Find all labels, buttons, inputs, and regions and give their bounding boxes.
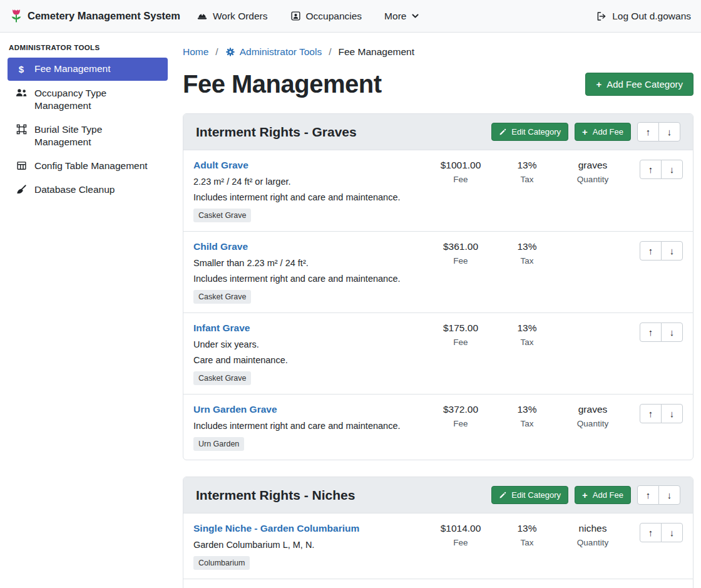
app-title: Cemetery Management System — [28, 10, 180, 22]
fee-tax-label: Tax — [498, 256, 556, 266]
move-fee-down-button[interactable]: ↓ — [661, 241, 683, 260]
category-list: Interment Rights - Graves Edit Category … — [183, 113, 693, 588]
fee-tag-badge: Casket Grave — [193, 209, 251, 222]
move-fee-up-button[interactable]: ↑ — [640, 523, 662, 542]
move-category-up-button[interactable]: ↑ — [637, 485, 659, 505]
fee-row: Child Grave Smaller than 2.23 m² / 24 ft… — [183, 231, 693, 312]
move-fee-up-button[interactable]: ↑ — [640, 241, 662, 260]
fee-description-1: Includes interment right and care and ma… — [193, 421, 419, 431]
sidebar-item-config-table-management[interactable]: Config Table Management — [8, 155, 168, 177]
arrow-down-icon: ↓ — [670, 408, 675, 419]
sidebar-item-label: Burial Site Type Management — [34, 123, 160, 148]
fee-amount-label: Fee — [423, 338, 498, 347]
category-title: Interment Rights - Niches — [196, 488, 355, 503]
gear-icon — [225, 47, 235, 57]
fee-quantity-value: graves — [556, 160, 630, 171]
add-fee-category-button[interactable]: + Add Fee Category — [585, 73, 693, 96]
nav-occupancies[interactable]: Occupancies — [290, 11, 362, 22]
fee-description-1: 2.23 m² / 24 ft² or larger. — [193, 177, 419, 187]
fee-amount-label: Fee — [423, 538, 498, 547]
fee-description-2: Includes interment right and care and ma… — [193, 274, 419, 284]
breadcrumb-admin-tools-link[interactable]: Administrator Tools — [225, 46, 322, 58]
fee-tax-cell: 13% Tax — [498, 322, 556, 347]
sidebar-item-database-cleanup[interactable]: Database Cleanup — [8, 178, 168, 201]
primary-nav: Work Orders Occupancies More — [197, 11, 420, 22]
arrow-down-icon: ↓ — [670, 245, 675, 256]
tulip-logo-icon — [10, 8, 23, 24]
fee-tax-cell: 13% Tax — [498, 241, 556, 266]
fee-tag-badge: Urn Garden — [193, 437, 244, 451]
fee-amount-value: $1001.00 — [423, 160, 498, 171]
table-icon — [15, 160, 28, 171]
fee-info: Urn Garden Grave Includes interment righ… — [193, 404, 423, 451]
sidebar-item-burial-site-type-management[interactable]: Burial Site Type Management — [8, 118, 168, 153]
fee-name-link[interactable]: Single Niche - Garden Columbarium — [193, 523, 359, 534]
fee-amount-cell: $1014.00 Fee — [423, 523, 498, 547]
move-fee-down-button[interactable]: ↓ — [661, 160, 683, 179]
edit-category-label: Edit Category — [511, 127, 561, 137]
logout-label: Log Out d.gowans — [612, 11, 691, 22]
move-fee-up-button[interactable]: ↑ — [640, 160, 662, 179]
pencil-icon — [499, 128, 506, 136]
page-title: Fee Management — [183, 70, 382, 98]
edit-category-button[interactable]: Edit Category — [491, 486, 568, 504]
fee-tax-label: Tax — [498, 419, 556, 428]
sidebar-item-occupancy-type-management[interactable]: Occupancy Type Management — [8, 82, 168, 117]
sidebar-heading: ADMINISTRATOR TOOLS — [9, 44, 165, 51]
move-fee-down-button[interactable]: ↓ — [661, 404, 683, 423]
fee-row: Companion Niche - Garden Columbarium Gar… — [183, 579, 693, 588]
vector-square-icon — [15, 124, 28, 135]
edit-category-button[interactable]: Edit Category — [491, 123, 568, 141]
move-category-down-button[interactable]: ↓ — [658, 485, 680, 505]
breadcrumb-home-link[interactable]: Home — [183, 46, 208, 58]
arrow-up-icon: ↑ — [648, 327, 653, 338]
fee-tax-value: 13% — [498, 404, 556, 415]
fee-tag-badge: Casket Grave — [193, 290, 251, 304]
move-fee-down-button[interactable]: ↓ — [661, 322, 683, 342]
fee-tax-label: Tax — [498, 338, 556, 347]
plus-icon: + — [582, 490, 588, 500]
logout-link[interactable]: Log Out d.gowans — [596, 11, 691, 22]
fee-description-1: Garden Columbarium L, M, N. — [193, 540, 419, 550]
arrow-up-icon: ↑ — [648, 527, 653, 538]
add-fee-button[interactable]: + Add Fee — [575, 123, 631, 141]
sidebar-item-fee-management[interactable]: $ Fee Management — [8, 58, 168, 81]
fee-name-link[interactable]: Child Grave — [193, 241, 248, 252]
fee-description-1: Under six years. — [193, 339, 419, 349]
fee-name-link[interactable]: Adult Grave — [193, 160, 248, 171]
fee-tag-badge: Casket Grave — [193, 371, 251, 385]
fee-description-2: Includes interment right and care and ma… — [193, 192, 419, 202]
fee-name-link[interactable]: Urn Garden Grave — [193, 404, 277, 415]
arrow-down-icon: ↓ — [670, 327, 675, 338]
fee-row: Infant Grave Under six years. Care and m… — [183, 312, 693, 394]
fee-row: Single Niche - Garden Columbarium Garden… — [183, 513, 693, 579]
move-fee-up-button[interactable]: ↑ — [640, 404, 662, 423]
add-fee-button[interactable]: + Add Fee — [575, 486, 631, 504]
fee-row: Adult Grave 2.23 m² / 24 ft² or larger. … — [183, 150, 693, 231]
fee-amount-cell: $175.00 Fee — [423, 322, 498, 347]
fee-row: Urn Garden Grave Includes interment righ… — [183, 394, 693, 460]
fee-tax-cell: 13% Tax — [498, 523, 556, 547]
arrow-down-icon: ↓ — [667, 490, 672, 500]
fee-description-1: Smaller than 2.23 m² / 24 ft². — [193, 258, 419, 268]
fee-amount-cell: $361.00 Fee — [423, 241, 498, 266]
arrow-up-icon: ↑ — [648, 245, 653, 256]
nav-more[interactable]: More — [384, 11, 419, 22]
fee-info: Child Grave Smaller than 2.23 m² / 24 ft… — [193, 241, 423, 304]
move-fee-down-button[interactable]: ↓ — [661, 523, 683, 542]
fee-amount-value: $361.00 — [423, 241, 498, 252]
fee-amount-value: $372.00 — [423, 404, 498, 415]
move-category-down-button[interactable]: ↓ — [658, 122, 680, 142]
nav-work-orders[interactable]: Work Orders — [197, 11, 268, 22]
move-category-up-button[interactable]: ↑ — [637, 122, 659, 142]
fee-amount-label: Fee — [423, 256, 498, 266]
move-fee-up-button[interactable]: ↑ — [640, 322, 662, 342]
fee-amount-label: Fee — [423, 175, 498, 184]
fee-name-link[interactable]: Infant Grave — [193, 322, 250, 334]
category-actions: Edit Category + Add Fee ↑ ↓ — [491, 485, 680, 505]
arrow-down-icon: ↓ — [667, 126, 672, 137]
fee-reorder-controls: ↑ ↓ — [640, 241, 683, 260]
sidebar-item-label: Config Table Management — [34, 160, 148, 172]
app-brand[interactable]: Cemetery Management System — [10, 8, 180, 24]
fee-quantity-cell: graves Quantity — [556, 404, 630, 428]
